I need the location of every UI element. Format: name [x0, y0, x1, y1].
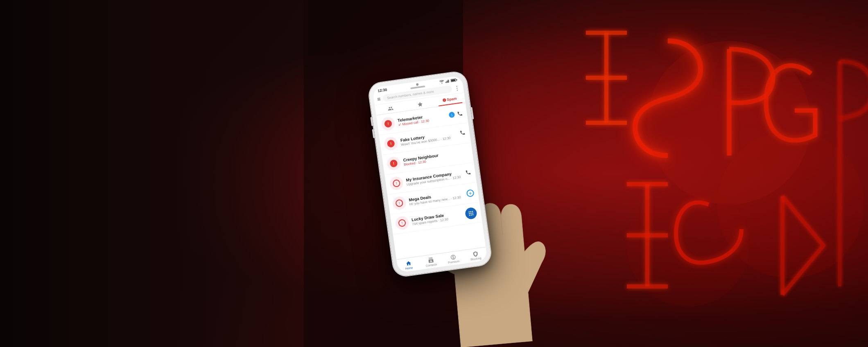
volume-up — [370, 117, 373, 126]
svg-rect-8 — [447, 81, 448, 83]
home-nav-icon — [405, 260, 412, 267]
svg-rect-7 — [445, 82, 446, 83]
avatar-6: ! — [395, 216, 409, 230]
spam-label: Spam — [447, 97, 457, 102]
nav-home-label: Home — [405, 266, 413, 270]
favorites-icon — [417, 101, 423, 108]
nav-blocking[interactable]: Blocking — [463, 249, 487, 262]
phone-screen: 12:30 — [372, 75, 487, 273]
menu-icon[interactable]: ≡ — [377, 95, 381, 102]
add-badge-5[interactable]: + — [466, 189, 474, 197]
call-info-3: Creepy Neighbour Blocked · 12:30 — [403, 149, 469, 166]
recents-icon — [387, 105, 394, 112]
call-list: ! Telemarketer Missed call · 12:30 — [376, 103, 486, 259]
avatar-5: ! — [392, 196, 407, 210]
missed-call-icon — [398, 123, 402, 126]
call-actions-2 — [459, 129, 466, 137]
call-info-4: My Insurance Company Upgrade your subscr… — [406, 170, 463, 186]
status-time: 12:30 — [377, 88, 387, 93]
call-info-6: Lucky Draw Sale 744 spam reports · 12:30 — [411, 210, 463, 226]
call-info-1: Telemarketer Missed call · 12:30 — [397, 111, 446, 126]
more-icon[interactable]: ⋮ — [454, 84, 460, 92]
wifi-icon — [439, 80, 445, 84]
blocking-nav-icon — [472, 251, 479, 257]
call-actions-6 — [465, 207, 478, 220]
grid-icon — [468, 210, 475, 216]
svg-line-6 — [508, 252, 512, 253]
nav-contacts[interactable]: Contacts — [419, 255, 443, 268]
contacts-nav-icon — [427, 257, 434, 264]
call-actions-4 — [465, 169, 472, 177]
premium-nav-icon — [450, 254, 457, 261]
notification-badge-1: 1 — [449, 112, 455, 118]
spam-badge: ! Spam — [443, 97, 457, 103]
signal-icon — [445, 79, 450, 83]
call-actions-1: 1 — [449, 110, 463, 118]
battery-icon — [450, 78, 457, 82]
nav-contacts-label: Contacts — [425, 263, 437, 267]
call-info-5: Mega Deals Hi! you have so many new... ·… — [409, 190, 464, 206]
spam-dot: ! — [443, 98, 446, 102]
phone-icon-4[interactable] — [465, 169, 472, 176]
nav-premium-label: Premium — [448, 260, 460, 264]
svg-rect-10 — [449, 79, 450, 83]
avatar-1: ! — [381, 116, 396, 131]
svg-rect-9 — [448, 80, 449, 83]
svg-rect-12 — [451, 79, 455, 81]
phone-icon-2[interactable] — [459, 129, 466, 136]
phone-icon-1[interactable] — [457, 110, 463, 117]
call-info-2: Fake Lottery Wow!! You've won $3000... ·… — [400, 130, 457, 146]
nav-home[interactable]: Home — [397, 258, 420, 272]
volume-down — [372, 129, 375, 138]
svg-rect-13 — [456, 79, 457, 80]
avatar-3: ! — [387, 156, 401, 171]
nav-blocking-label: Blocking — [470, 257, 481, 261]
avatar-2: ! — [384, 136, 398, 151]
fab-button-6[interactable] — [465, 207, 478, 220]
scene-container: 12:30 — [0, 0, 868, 347]
power-button — [470, 107, 474, 119]
nav-premium[interactable]: Premium — [441, 252, 465, 266]
phone-device: 12:30 — [368, 71, 492, 277]
call-actions-5: + — [466, 189, 474, 197]
avatar-4: ! — [389, 176, 404, 191]
